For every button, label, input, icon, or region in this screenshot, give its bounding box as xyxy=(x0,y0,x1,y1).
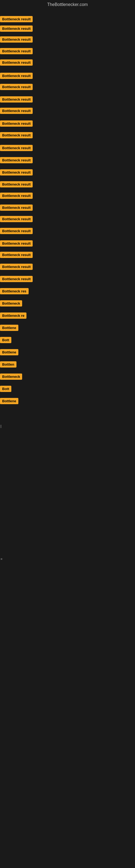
bottleneck-item: Bottleneck result xyxy=(0,264,33,271)
bottleneck-badge: Bottleneck result xyxy=(0,193,33,199)
marker: | xyxy=(1,424,1,428)
bottleneck-badge: Bottleneck result xyxy=(0,36,33,42)
bottleneck-badge: Bottleneck result xyxy=(0,240,33,247)
bottleneck-item: Bottleneck xyxy=(0,373,22,381)
bottleneck-item: Bottleneck re xyxy=(0,312,27,320)
bottleneck-badge: Bottleneck result xyxy=(0,59,33,66)
bottleneck-item: Bottleneck result xyxy=(0,26,33,33)
bottleneck-item: Bottleneck result xyxy=(0,36,33,44)
bottleneck-item: Bottleneck result xyxy=(0,59,33,67)
bottleneck-item: Bott xyxy=(0,337,11,344)
bottleneck-badge: Bottleneck result xyxy=(0,157,33,163)
bottleneck-badge: Bottleneck result xyxy=(0,276,33,282)
bottleneck-item: Bottleneck result xyxy=(0,157,33,164)
bottleneck-badge: Bottleneck result xyxy=(0,169,33,176)
bottleneck-item: Bottleneck result xyxy=(0,240,33,248)
bottleneck-item: Bottleneck result xyxy=(0,181,33,188)
bottleneck-item: Bottlene xyxy=(0,325,18,332)
bottleneck-badge: Bottlene xyxy=(0,398,18,404)
bottleneck-item: Bottlene xyxy=(0,398,18,405)
bottleneck-badge: Bottleneck xyxy=(0,373,22,380)
bottleneck-item: Bottleneck result xyxy=(0,120,33,128)
bottleneck-badge: Bottleneck re xyxy=(0,312,27,319)
bottleneck-item: Bottleneck result xyxy=(0,276,33,283)
bottleneck-badge: Bottleneck result xyxy=(0,48,33,54)
bottleneck-item: Bottleneck result xyxy=(0,48,33,55)
bottleneck-badge: Bottleneck result xyxy=(0,264,33,270)
bottleneck-badge: Bottlene xyxy=(0,325,18,331)
bottleneck-badge: Bottleneck result xyxy=(0,252,33,258)
site-header: TheBottlenecker.com xyxy=(0,0,135,9)
bottleneck-badge: Bottleneck result xyxy=(0,205,33,211)
bottleneck-item: Bottleneck result xyxy=(0,132,33,140)
marker: = xyxy=(1,557,2,561)
bottleneck-item: Bottleneck result xyxy=(0,16,33,23)
bottleneck-item: Bottleneck result xyxy=(0,84,33,91)
bottleneck-badge: Bottleneck result xyxy=(0,16,33,22)
bottleneck-badge: Bottleneck result xyxy=(0,181,33,187)
bottleneck-badge: Bottlen xyxy=(0,361,16,368)
bottleneck-badge: Bott xyxy=(0,337,11,343)
bottleneck-item: Bottleneck result xyxy=(0,193,33,200)
bottleneck-item: Bottleneck res xyxy=(0,288,29,296)
bottleneck-item: Bottleneck result xyxy=(0,145,33,152)
bottleneck-item: Bottleneck result xyxy=(0,228,33,235)
bottleneck-badge: Bottleneck result xyxy=(0,26,33,32)
bottleneck-badge: Bottleneck result xyxy=(0,120,33,127)
bottleneck-item: Bottlen xyxy=(0,361,16,369)
bottleneck-item: Bottleneck xyxy=(0,300,22,308)
bottleneck-badge: Bottleneck xyxy=(0,300,22,307)
bottleneck-badge: Bottlene xyxy=(0,349,18,355)
bottleneck-badge: Bottleneck result xyxy=(0,132,33,138)
bottleneck-item: Bottleneck result xyxy=(0,73,33,80)
bottleneck-badge: Bottleneck result xyxy=(0,216,33,222)
bottleneck-item: Bott xyxy=(0,386,11,393)
bottleneck-badge: Bottleneck result xyxy=(0,228,33,234)
bottleneck-list: Bottleneck resultBottleneck resultBottle… xyxy=(0,9,135,868)
bottleneck-badge: Bottleneck result xyxy=(0,73,33,79)
bottleneck-item: Bottlene xyxy=(0,349,18,356)
bottleneck-item: Bottleneck result xyxy=(0,169,33,177)
bottleneck-badge: Bottleneck result xyxy=(0,145,33,151)
bottleneck-badge: Bott xyxy=(0,386,11,392)
bottleneck-badge: Bottleneck result xyxy=(0,96,33,102)
bottleneck-badge: Bottleneck result xyxy=(0,108,33,114)
bottleneck-item: Bottleneck result xyxy=(0,252,33,259)
bottleneck-badge: Bottleneck result xyxy=(0,84,33,90)
bottleneck-item: Bottleneck result xyxy=(0,205,33,212)
site-title: TheBottlenecker.com xyxy=(0,0,135,9)
bottleneck-item: Bottleneck result xyxy=(0,96,33,104)
bottleneck-item: Bottleneck result xyxy=(0,216,33,223)
bottleneck-item: Bottleneck result xyxy=(0,108,33,115)
bottleneck-badge: Bottleneck res xyxy=(0,288,29,294)
